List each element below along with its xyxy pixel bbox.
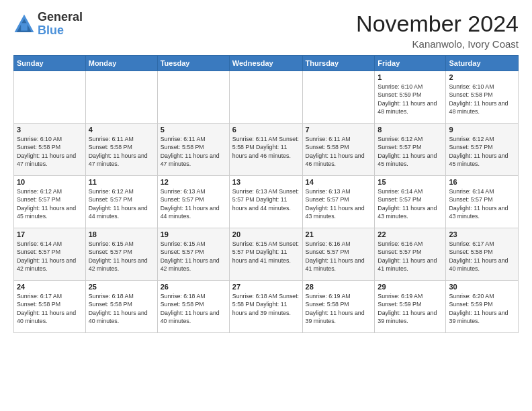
day-number: 20	[232, 230, 300, 238]
table-cell: 29Sunrise: 6:19 AM Sunset: 5:59 PM Dayli…	[375, 281, 446, 333]
table-cell	[85, 71, 157, 124]
day-number: 2	[449, 73, 515, 81]
day-number: 23	[449, 230, 515, 238]
table-cell: 25Sunrise: 6:18 AM Sunset: 5:58 PM Dayli…	[85, 281, 157, 333]
day-info: Sunrise: 6:14 AM Sunset: 5:57 PM Dayligh…	[378, 187, 443, 220]
day-number: 8	[378, 126, 443, 134]
day-number: 24	[17, 283, 83, 291]
day-info: Sunrise: 6:11 AM Sunset: 5:58 PM Dayligh…	[232, 135, 300, 160]
table-cell: 3Sunrise: 6:10 AM Sunset: 5:58 PM Daylig…	[14, 124, 86, 176]
day-info: Sunrise: 6:14 AM Sunset: 5:57 PM Dayligh…	[17, 240, 83, 273]
day-info: Sunrise: 6:11 AM Sunset: 5:58 PM Dayligh…	[89, 135, 154, 168]
table-cell: 22Sunrise: 6:16 AM Sunset: 5:57 PM Dayli…	[375, 228, 446, 281]
day-number: 4	[89, 126, 154, 134]
header-wednesday: Wednesday	[229, 56, 302, 71]
day-number: 30	[449, 283, 515, 291]
title-section: November 2024 Kananwolo, Ivory Coast	[356, 11, 519, 50]
day-info: Sunrise: 6:16 AM Sunset: 5:57 PM Dayligh…	[378, 240, 443, 273]
day-number: 6	[232, 126, 300, 134]
day-info: Sunrise: 6:15 AM Sunset: 5:57 PM Dayligh…	[89, 240, 154, 273]
week-row-1: 3Sunrise: 6:10 AM Sunset: 5:58 PM Daylig…	[14, 124, 519, 176]
day-info: Sunrise: 6:13 AM Sunset: 5:57 PM Dayligh…	[161, 187, 226, 220]
table-cell: 6Sunrise: 6:11 AM Sunset: 5:58 PM Daylig…	[229, 124, 302, 176]
table-cell: 21Sunrise: 6:16 AM Sunset: 5:57 PM Dayli…	[302, 228, 375, 281]
day-info: Sunrise: 6:15 AM Sunset: 5:57 PM Dayligh…	[232, 240, 300, 265]
table-cell: 8Sunrise: 6:12 AM Sunset: 5:57 PM Daylig…	[375, 124, 446, 176]
month-title: November 2024	[356, 11, 519, 37]
day-info: Sunrise: 6:17 AM Sunset: 5:58 PM Dayligh…	[17, 292, 83, 325]
day-number: 17	[17, 230, 83, 238]
day-info: Sunrise: 6:10 AM Sunset: 5:58 PM Dayligh…	[17, 135, 83, 168]
week-row-4: 24Sunrise: 6:17 AM Sunset: 5:58 PM Dayli…	[14, 281, 519, 333]
header-thursday: Thursday	[302, 56, 375, 71]
day-info: Sunrise: 6:19 AM Sunset: 5:59 PM Dayligh…	[378, 292, 443, 325]
calendar-table: Sunday Monday Tuesday Wednesday Thursday…	[13, 55, 519, 333]
table-cell: 30Sunrise: 6:20 AM Sunset: 5:59 PM Dayli…	[446, 281, 519, 333]
day-info: Sunrise: 6:18 AM Sunset: 5:58 PM Dayligh…	[161, 292, 226, 325]
table-cell	[229, 71, 302, 124]
table-cell: 19Sunrise: 6:15 AM Sunset: 5:57 PM Dayli…	[157, 228, 229, 281]
table-cell: 7Sunrise: 6:11 AM Sunset: 5:58 PM Daylig…	[302, 124, 375, 176]
table-cell: 9Sunrise: 6:12 AM Sunset: 5:57 PM Daylig…	[446, 124, 519, 176]
logo-general: General	[38, 11, 83, 24]
table-cell: 27Sunrise: 6:18 AM Sunset: 5:58 PM Dayli…	[229, 281, 302, 333]
table-cell	[157, 71, 229, 124]
table-cell: 12Sunrise: 6:13 AM Sunset: 5:57 PM Dayli…	[157, 176, 229, 228]
day-info: Sunrise: 6:14 AM Sunset: 5:57 PM Dayligh…	[449, 187, 515, 220]
table-cell: 15Sunrise: 6:14 AM Sunset: 5:57 PM Dayli…	[375, 176, 446, 228]
table-cell: 16Sunrise: 6:14 AM Sunset: 5:57 PM Dayli…	[446, 176, 519, 228]
day-info: Sunrise: 6:18 AM Sunset: 5:58 PM Dayligh…	[89, 292, 154, 325]
table-cell: 11Sunrise: 6:12 AM Sunset: 5:57 PM Dayli…	[85, 176, 157, 228]
table-cell: 23Sunrise: 6:17 AM Sunset: 5:58 PM Dayli…	[446, 228, 519, 281]
day-info: Sunrise: 6:13 AM Sunset: 5:57 PM Dayligh…	[232, 187, 300, 212]
day-number: 1	[378, 73, 443, 81]
day-info: Sunrise: 6:19 AM Sunset: 5:58 PM Dayligh…	[306, 292, 372, 325]
week-row-3: 17Sunrise: 6:14 AM Sunset: 5:57 PM Dayli…	[14, 228, 519, 281]
day-info: Sunrise: 6:20 AM Sunset: 5:59 PM Dayligh…	[449, 292, 515, 325]
day-number: 16	[449, 178, 515, 186]
table-cell: 17Sunrise: 6:14 AM Sunset: 5:57 PM Dayli…	[14, 228, 86, 281]
logo-text: General Blue	[38, 11, 83, 38]
table-cell: 26Sunrise: 6:18 AM Sunset: 5:58 PM Dayli…	[157, 281, 229, 333]
table-cell: 20Sunrise: 6:15 AM Sunset: 5:57 PM Dayli…	[229, 228, 302, 281]
day-info: Sunrise: 6:16 AM Sunset: 5:57 PM Dayligh…	[306, 240, 372, 273]
day-info: Sunrise: 6:17 AM Sunset: 5:58 PM Dayligh…	[449, 240, 515, 273]
day-number: 10	[17, 178, 83, 186]
table-cell: 14Sunrise: 6:13 AM Sunset: 5:57 PM Dayli…	[302, 176, 375, 228]
header-sunday: Sunday	[14, 56, 86, 71]
day-number: 5	[161, 126, 226, 134]
day-info: Sunrise: 6:18 AM Sunset: 5:58 PM Dayligh…	[232, 292, 300, 317]
day-info: Sunrise: 6:10 AM Sunset: 5:58 PM Dayligh…	[449, 83, 515, 116]
day-number: 9	[449, 126, 515, 134]
day-number: 29	[378, 283, 443, 291]
day-number: 22	[378, 230, 443, 238]
day-info: Sunrise: 6:11 AM Sunset: 5:58 PM Dayligh…	[306, 135, 372, 168]
day-number: 3	[17, 126, 83, 134]
day-info: Sunrise: 6:12 AM Sunset: 5:57 PM Dayligh…	[449, 135, 515, 168]
day-number: 14	[306, 178, 372, 186]
table-cell: 24Sunrise: 6:17 AM Sunset: 5:58 PM Dayli…	[14, 281, 86, 333]
logo: General Blue	[13, 11, 83, 38]
table-cell: 10Sunrise: 6:12 AM Sunset: 5:57 PM Dayli…	[14, 176, 86, 228]
day-info: Sunrise: 6:11 AM Sunset: 5:58 PM Dayligh…	[161, 135, 226, 168]
header-tuesday: Tuesday	[157, 56, 229, 71]
header-saturday: Saturday	[446, 56, 519, 71]
table-cell: 1Sunrise: 6:10 AM Sunset: 5:59 PM Daylig…	[375, 71, 446, 124]
weekday-header-row: Sunday Monday Tuesday Wednesday Thursday…	[14, 56, 519, 71]
table-cell	[14, 71, 86, 124]
day-number: 25	[89, 283, 154, 291]
day-number: 12	[161, 178, 226, 186]
svg-rect-2	[21, 23, 28, 30]
day-info: Sunrise: 6:10 AM Sunset: 5:59 PM Dayligh…	[378, 83, 443, 116]
day-number: 7	[306, 126, 372, 134]
day-number: 21	[306, 230, 372, 238]
day-info: Sunrise: 6:12 AM Sunset: 5:57 PM Dayligh…	[89, 187, 154, 220]
day-info: Sunrise: 6:12 AM Sunset: 5:57 PM Dayligh…	[378, 135, 443, 168]
table-cell: 5Sunrise: 6:11 AM Sunset: 5:58 PM Daylig…	[157, 124, 229, 176]
day-number: 28	[306, 283, 372, 291]
header-friday: Friday	[375, 56, 446, 71]
table-cell: 18Sunrise: 6:15 AM Sunset: 5:57 PM Dayli…	[85, 228, 157, 281]
table-cell: 28Sunrise: 6:19 AM Sunset: 5:58 PM Dayli…	[302, 281, 375, 333]
day-number: 15	[378, 178, 443, 186]
day-number: 27	[232, 283, 300, 291]
